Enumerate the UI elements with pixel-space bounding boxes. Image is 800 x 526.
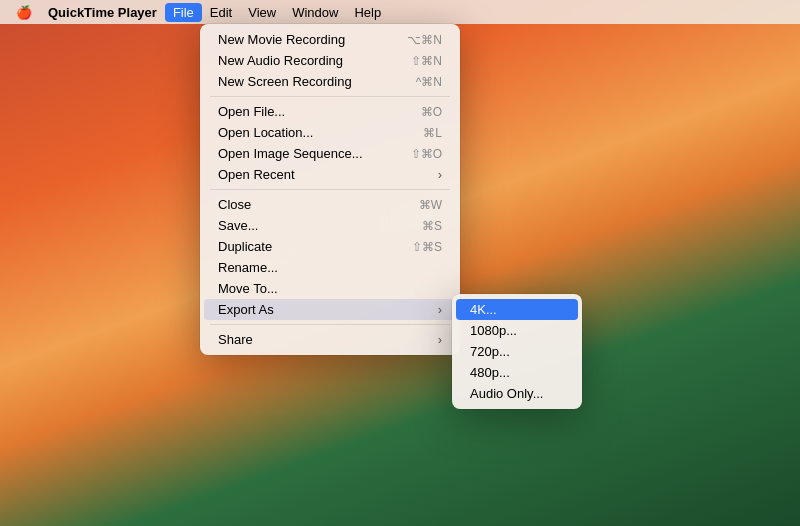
open-recent-arrow: › xyxy=(438,167,442,182)
save-shortcut: ⌘S xyxy=(422,219,442,233)
menu-item-new-audio[interactable]: New Audio Recording ⇧⌘N xyxy=(204,50,456,71)
open-image-seq-label: Open Image Sequence... xyxy=(218,146,391,161)
open-recent-label: Open Recent xyxy=(218,167,430,182)
new-movie-label: New Movie Recording xyxy=(218,32,387,47)
share-arrow: › xyxy=(438,332,442,347)
rename-label: Rename... xyxy=(218,260,442,275)
menu-item-open-recent[interactable]: Open Recent › xyxy=(204,164,456,185)
menu-item-share[interactable]: Share › xyxy=(204,329,456,350)
menu-item-export-as[interactable]: Export As › 4K... 1080p... 720p... 480p.… xyxy=(204,299,456,320)
open-image-seq-shortcut: ⇧⌘O xyxy=(411,147,442,161)
menu-item-save[interactable]: Save... ⌘S xyxy=(204,215,456,236)
menubar-window[interactable]: Window xyxy=(284,3,346,22)
export-submenu: 4K... 1080p... 720p... 480p... Audio Onl… xyxy=(452,294,582,409)
new-audio-label: New Audio Recording xyxy=(218,53,391,68)
menu-item-open-file[interactable]: Open File... ⌘O xyxy=(204,101,456,122)
close-shortcut: ⌘W xyxy=(419,198,442,212)
new-screen-label: New Screen Recording xyxy=(218,74,396,89)
export-as-arrow: › xyxy=(438,302,442,317)
menu-item-open-location[interactable]: Open Location... ⌘L xyxy=(204,122,456,143)
submenu-1080p-label: 1080p... xyxy=(470,323,517,338)
separator-1 xyxy=(210,96,450,97)
duplicate-label: Duplicate xyxy=(218,239,392,254)
submenu-4k-label: 4K... xyxy=(470,302,497,317)
submenu-720p-label: 720p... xyxy=(470,344,510,359)
menubar-file[interactable]: File xyxy=(165,3,202,22)
menu-item-move-to[interactable]: Move To... xyxy=(204,278,456,299)
separator-2 xyxy=(210,189,450,190)
move-to-label: Move To... xyxy=(218,281,442,296)
export-as-label: Export As xyxy=(218,302,430,317)
menubar-app-name[interactable]: QuickTime Player xyxy=(40,3,165,22)
submenu-item-720p[interactable]: 720p... xyxy=(456,341,578,362)
open-location-label: Open Location... xyxy=(218,125,403,140)
new-movie-shortcut: ⌥⌘N xyxy=(407,33,442,47)
submenu-item-audio-only[interactable]: Audio Only... xyxy=(456,383,578,404)
new-screen-shortcut: ^⌘N xyxy=(416,75,442,89)
file-menu: New Movie Recording ⌥⌘N New Audio Record… xyxy=(200,24,460,355)
file-menu-panel: New Movie Recording ⌥⌘N New Audio Record… xyxy=(200,24,460,355)
menu-item-duplicate[interactable]: Duplicate ⇧⌘S xyxy=(204,236,456,257)
menubar-help[interactable]: Help xyxy=(346,3,389,22)
menubar-view[interactable]: View xyxy=(240,3,284,22)
menu-item-rename[interactable]: Rename... xyxy=(204,257,456,278)
save-label: Save... xyxy=(218,218,402,233)
share-label: Share xyxy=(218,332,430,347)
menu-item-new-movie[interactable]: New Movie Recording ⌥⌘N xyxy=(204,29,456,50)
close-label: Close xyxy=(218,197,399,212)
menubar: 🍎 QuickTime Player File Edit View Window… xyxy=(0,0,800,24)
open-file-shortcut: ⌘O xyxy=(421,105,442,119)
submenu-item-480p[interactable]: 480p... xyxy=(456,362,578,383)
submenu-item-4k[interactable]: 4K... xyxy=(456,299,578,320)
menubar-edit[interactable]: Edit xyxy=(202,3,240,22)
submenu-audio-only-label: Audio Only... xyxy=(470,386,543,401)
menu-item-new-screen[interactable]: New Screen Recording ^⌘N xyxy=(204,71,456,92)
separator-3 xyxy=(210,324,450,325)
open-file-label: Open File... xyxy=(218,104,401,119)
apple-menu[interactable]: 🍎 xyxy=(8,3,40,22)
menu-item-open-image-seq[interactable]: Open Image Sequence... ⇧⌘O xyxy=(204,143,456,164)
submenu-item-1080p[interactable]: 1080p... xyxy=(456,320,578,341)
new-audio-shortcut: ⇧⌘N xyxy=(411,54,442,68)
submenu-480p-label: 480p... xyxy=(470,365,510,380)
duplicate-shortcut: ⇧⌘S xyxy=(412,240,442,254)
menu-item-close[interactable]: Close ⌘W xyxy=(204,194,456,215)
open-location-shortcut: ⌘L xyxy=(423,126,442,140)
